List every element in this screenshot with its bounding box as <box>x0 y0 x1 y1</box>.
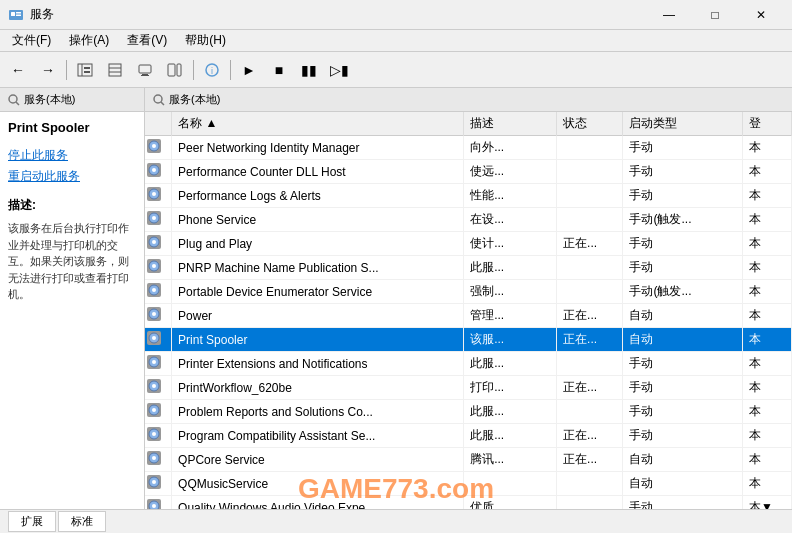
close-button[interactable]: ✕ <box>738 0 784 30</box>
service-status: 正在... <box>557 232 623 256</box>
right-panel-header-label: 服务(本地) <box>169 92 220 107</box>
table-row[interactable]: PrintWorkflow_620be打印...正在...手动本 <box>145 376 792 400</box>
info-icon: i <box>204 62 220 78</box>
service-startup: 自动 <box>623 304 743 328</box>
left-panel-content: Print Spooler 停止此服务 重启动此服务 描述: 该服务在后台执行打… <box>0 112 144 509</box>
service-icon <box>147 427 161 441</box>
service-desc: 此服... <box>464 400 557 424</box>
service-desc: 此服... <box>464 424 557 448</box>
menu-action[interactable]: 操作(A) <box>61 30 117 51</box>
service-status: 正在... <box>557 448 623 472</box>
service-table[interactable]: 名称 ▲ 描述 状态 启动类型 登 Peer Networking Identi… <box>145 112 792 509</box>
play-button[interactable]: ► <box>235 57 263 83</box>
stop-button[interactable]: ■ <box>265 57 293 83</box>
col-desc[interactable]: 描述 <box>464 112 557 136</box>
forward-button[interactable]: → <box>34 57 62 83</box>
service-startup: 手动 <box>623 376 743 400</box>
table-row[interactable]: Peer Networking Identity Manager向外...手动本 <box>145 136 792 160</box>
col-icon[interactable] <box>145 112 172 136</box>
menu-view[interactable]: 查看(V) <box>119 30 175 51</box>
svg-point-18 <box>9 95 17 103</box>
service-name: Printer Extensions and Notifications <box>172 352 464 376</box>
svg-point-41 <box>152 360 156 364</box>
table-row[interactable]: Program Compatibility Assistant Se...此服.… <box>145 424 792 448</box>
service-logon: 本 <box>742 328 791 352</box>
details-icon <box>107 62 123 78</box>
toolbar-sep-1 <box>66 60 67 80</box>
service-status <box>557 136 623 160</box>
service-icon <box>147 235 161 249</box>
col-logon[interactable]: 登 <box>742 112 791 136</box>
service-startup: 手动 <box>623 496 743 510</box>
table-row[interactable]: Power管理...正在...自动本 <box>145 304 792 328</box>
service-icon <box>147 403 161 417</box>
service-desc <box>464 472 557 496</box>
service-desc: 腾讯... <box>464 448 557 472</box>
search-icon-right <box>153 94 165 106</box>
svg-point-39 <box>152 336 156 340</box>
svg-point-27 <box>152 192 156 196</box>
table-row[interactable]: Quality Windows Audio Video Expe...优质...… <box>145 496 792 510</box>
service-icon-cell <box>145 472 172 496</box>
table-row[interactable]: Problem Reports and Solutions Co...此服...… <box>145 400 792 424</box>
svg-point-25 <box>152 168 156 172</box>
stop-service-link[interactable]: 停止此服务 <box>8 147 136 164</box>
maximize-button[interactable]: □ <box>692 0 738 30</box>
col-status[interactable]: 状态 <box>557 112 623 136</box>
table-row[interactable]: Performance Counter DLL Host使远...手动本 <box>145 160 792 184</box>
table-row[interactable]: Performance Logs & Alerts性能...手动本 <box>145 184 792 208</box>
table-row[interactable]: Print Spooler该服...正在...自动本 <box>145 328 792 352</box>
service-logon: 本 <box>742 352 791 376</box>
svg-rect-2 <box>16 12 21 14</box>
col-name[interactable]: 名称 ▲ <box>172 112 464 136</box>
svg-rect-15 <box>177 64 181 76</box>
restart-button[interactable]: ▷▮ <box>325 57 353 83</box>
table-row[interactable]: Phone Service在设...手动(触发...本 <box>145 208 792 232</box>
service-startup: 手动 <box>623 184 743 208</box>
service-icon-cell <box>145 256 172 280</box>
service-status <box>557 472 623 496</box>
table-row[interactable]: Portable Device Enumerator Service强制...手… <box>145 280 792 304</box>
service-icon <box>147 355 161 369</box>
service-name: PrintWorkflow_620be <box>172 376 464 400</box>
tab-standard[interactable]: 标准 <box>58 511 106 532</box>
service-status <box>557 400 623 424</box>
menu-file[interactable]: 文件(F) <box>4 30 59 51</box>
menu-help[interactable]: 帮助(H) <box>177 30 234 51</box>
service-icon <box>147 211 161 225</box>
minimize-button[interactable]: — <box>646 0 692 30</box>
toolbar-btn-2[interactable] <box>101 57 129 83</box>
table-row[interactable]: Printer Extensions and Notifications此服..… <box>145 352 792 376</box>
table-row[interactable]: QPCore Service腾讯...正在...自动本 <box>145 448 792 472</box>
pause-button[interactable]: ▮▮ <box>295 57 323 83</box>
restart-service-link[interactable]: 重启动此服务 <box>8 168 136 185</box>
svg-point-23 <box>152 144 156 148</box>
info-button[interactable]: i <box>198 57 226 83</box>
left-panel-header: 服务(本地) <box>0 88 144 112</box>
svg-point-45 <box>152 408 156 412</box>
col-startup[interactable]: 启动类型 <box>623 112 743 136</box>
service-logon: 本 <box>742 136 791 160</box>
title-bar-controls: — □ ✕ <box>646 0 784 30</box>
toolbar-btn-4[interactable] <box>161 57 189 83</box>
service-startup: 自动 <box>623 448 743 472</box>
svg-rect-7 <box>84 71 90 73</box>
back-button[interactable]: ← <box>4 57 32 83</box>
selected-service-name: Print Spooler <box>8 120 136 135</box>
computer-icon <box>137 62 153 78</box>
service-status <box>557 160 623 184</box>
table-row[interactable]: PNRP Machine Name Publication S...此服...手… <box>145 256 792 280</box>
table-row[interactable]: QQMusicService自动本 <box>145 472 792 496</box>
toolbar: ← → i ► ■ ▮▮ ▷▮ <box>0 52 792 88</box>
tab-extended[interactable]: 扩展 <box>8 511 56 532</box>
service-desc: 在设... <box>464 208 557 232</box>
toolbar-sep-3 <box>230 60 231 80</box>
show-hide-tree-button[interactable] <box>71 57 99 83</box>
service-icon-cell <box>145 352 172 376</box>
right-panel: 服务(本地) 名称 ▲ 描述 状态 启动类型 登 Peer Networking… <box>145 88 792 509</box>
toolbar-btn-3[interactable] <box>131 57 159 83</box>
table-row[interactable]: Plug and Play使计...正在...手动本 <box>145 232 792 256</box>
svg-text:i: i <box>211 66 213 76</box>
service-status: 正在... <box>557 424 623 448</box>
service-startup: 手动 <box>623 256 743 280</box>
